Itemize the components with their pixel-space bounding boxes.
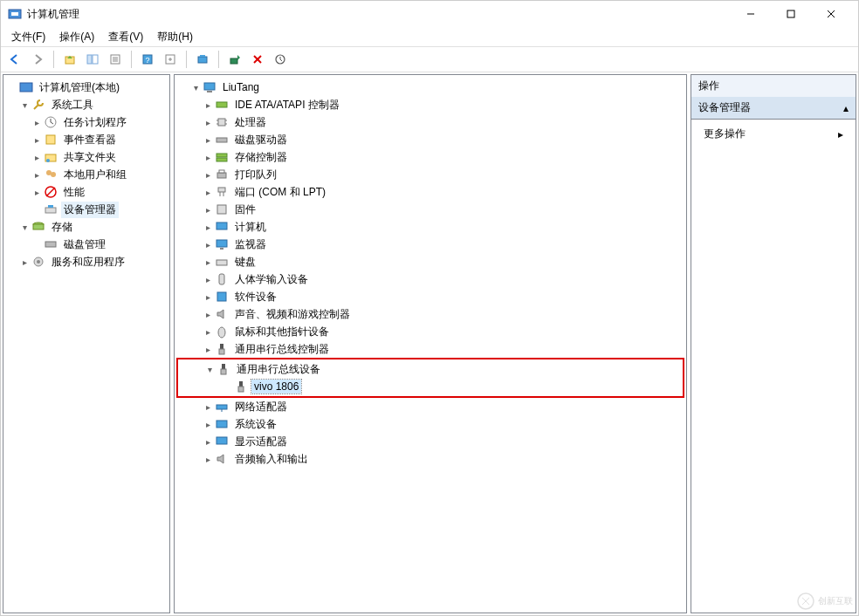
expand-icon[interactable]: ▸: [201, 188, 215, 197]
watermark-text: 创新互联: [818, 595, 853, 607]
dev-hid[interactable]: ▸人体学输入设备: [176, 270, 684, 288]
svg-rect-31: [45, 208, 56, 213]
dev-computer[interactable]: ▸计算机: [176, 218, 684, 236]
sysdev-icon: [215, 417, 229, 431]
tree-systools[interactable]: ▾系统工具: [5, 96, 168, 113]
expand-icon[interactable]: ▸: [201, 257, 215, 267]
collapse-icon[interactable]: ▾: [17, 100, 31, 110]
up-button[interactable]: [59, 49, 80, 70]
dev-sysdev[interactable]: ▸系统设备: [176, 415, 684, 433]
collapse-icon[interactable]: ▾: [189, 83, 203, 92]
expand-icon[interactable]: ▸: [201, 420, 215, 429]
expand-icon[interactable]: ▸: [201, 455, 215, 464]
dev-ports[interactable]: ▸端口 (COM 和 LPT): [176, 183, 684, 201]
dev-diskdrive[interactable]: ▸磁盘驱动器: [176, 131, 684, 148]
usb-icon: [215, 342, 229, 356]
close-button[interactable]: [811, 1, 851, 27]
dev-root[interactable]: ▾LiuTang: [176, 79, 684, 96]
collapse-icon[interactable]: ▾: [17, 222, 31, 232]
dev-printqueue[interactable]: ▸打印队列: [176, 166, 684, 183]
dev-storagectrl[interactable]: ▸存储控制器: [176, 148, 684, 166]
dev-cpu[interactable]: ▸处理器: [176, 113, 684, 131]
expand-icon[interactable]: ▸: [201, 437, 215, 447]
menu-view[interactable]: 查看(V): [101, 28, 150, 46]
services-icon: [31, 255, 45, 269]
expand-icon[interactable]: ▸: [201, 240, 215, 250]
dev-keyboard[interactable]: ▸键盘: [176, 253, 684, 270]
users-icon: [44, 168, 58, 181]
svg-rect-24: [46, 135, 55, 144]
collapse-icon[interactable]: ▾: [203, 365, 216, 374]
tree-scheduler[interactable]: ▸任务计划程序: [5, 113, 168, 131]
expand-icon[interactable]: ▸: [201, 118, 215, 127]
dev-software[interactable]: ▸软件设备: [176, 288, 684, 305]
dev-netadapter[interactable]: ▸网络适配器: [176, 398, 684, 415]
export-button[interactable]: [160, 49, 181, 70]
enable-button[interactable]: [224, 49, 245, 70]
show-hide-tree-button[interactable]: [82, 49, 103, 70]
dev-sound[interactable]: ▸声音、视频和游戏控制器: [176, 305, 684, 323]
tree-services[interactable]: ▸服务和应用程序: [5, 253, 168, 270]
actions-context[interactable]: 设备管理器 ▴: [691, 97, 856, 120]
menu-action[interactable]: 操作(A): [52, 28, 101, 46]
dev-usbdev-vivo[interactable]: vivo 1806: [178, 378, 683, 395]
tree-perf[interactable]: ▸性能: [5, 183, 168, 201]
tree-shared[interactable]: ▸共享文件夹: [5, 148, 168, 166]
pc-icon: [215, 220, 229, 234]
left-tree[interactable]: 计算机管理(本地) ▾系统工具 ▸任务计划程序 ▸事件查看器 ▸共享文件夹 ▸本…: [3, 75, 169, 274]
tree-devicemanager[interactable]: 设备管理器: [5, 201, 168, 218]
menu-help[interactable]: 帮助(H): [150, 28, 200, 46]
expand-icon[interactable]: ▸: [201, 100, 215, 110]
svg-rect-68: [216, 405, 227, 409]
expand-icon[interactable]: ▸: [201, 345, 215, 354]
tree-eventviewer[interactable]: ▸事件查看器: [5, 131, 168, 148]
expand-icon[interactable]: ▸: [30, 135, 44, 145]
svg-rect-17: [200, 55, 205, 57]
dev-display[interactable]: ▸显示适配器: [176, 433, 684, 450]
dev-monitor[interactable]: ▸监视器: [176, 236, 684, 253]
svg-rect-3: [787, 10, 794, 17]
dev-usbdev[interactable]: ▾通用串行总线设备: [178, 360, 683, 378]
expand-icon[interactable]: ▸: [30, 153, 44, 162]
update-driver-button[interactable]: [270, 49, 291, 70]
expand-icon[interactable]: ▸: [201, 275, 215, 284]
tree-storage[interactable]: ▾存储: [5, 218, 168, 236]
expand-icon[interactable]: ▸: [201, 153, 215, 162]
back-button[interactable]: [4, 49, 25, 70]
watermark: 创新互联: [797, 592, 853, 610]
expand-icon[interactable]: ▸: [17, 257, 31, 267]
expand-icon[interactable]: ▸: [201, 222, 215, 232]
expand-icon[interactable]: ▸: [201, 402, 215, 412]
svg-rect-38: [204, 83, 215, 90]
dev-ide[interactable]: ▸IDE ATA/ATAPI 控制器: [176, 96, 684, 113]
scan-button[interactable]: [192, 49, 213, 70]
tree-root-local[interactable]: 计算机管理(本地): [5, 79, 168, 96]
svg-rect-63: [219, 349, 224, 354]
expand-icon[interactable]: ▸: [201, 327, 215, 337]
dev-audioio[interactable]: ▸音频输入和输出: [176, 450, 684, 468]
menu-file[interactable]: 文件(F): [4, 28, 52, 46]
dev-mouse[interactable]: ▸鼠标和其他指针设备: [176, 323, 684, 340]
submenu-arrow-icon: ▸: [838, 128, 843, 140]
expand-icon[interactable]: ▸: [201, 310, 215, 319]
tree-diskmgmt[interactable]: 磁盘管理: [5, 236, 168, 253]
expand-icon[interactable]: ▸: [201, 205, 215, 215]
minimize-button[interactable]: [731, 1, 771, 27]
expand-icon[interactable]: ▸: [30, 188, 44, 197]
uninstall-button[interactable]: [247, 49, 268, 70]
properties-button[interactable]: [105, 49, 126, 70]
dev-usbctrl[interactable]: ▸通用串行总线控制器: [176, 340, 684, 358]
expand-icon[interactable]: ▸: [30, 170, 44, 180]
svg-rect-1: [11, 12, 18, 16]
device-tree[interactable]: ▾LiuTang ▸IDE ATA/ATAPI 控制器 ▸处理器 ▸磁盘驱动器 …: [175, 75, 686, 471]
expand-icon[interactable]: ▸: [201, 170, 215, 180]
maximize-button[interactable]: [771, 1, 811, 27]
expand-icon[interactable]: ▸: [201, 135, 215, 145]
action-more[interactable]: 更多操作 ▸: [697, 125, 850, 143]
tree-localusers[interactable]: ▸本地用户和组: [5, 166, 168, 183]
help-button[interactable]: ?: [137, 49, 158, 70]
expand-icon[interactable]: ▸: [30, 118, 44, 127]
forward-button[interactable]: [27, 49, 48, 70]
expand-icon[interactable]: ▸: [201, 292, 215, 302]
dev-firmware[interactable]: ▸固件: [176, 201, 684, 218]
